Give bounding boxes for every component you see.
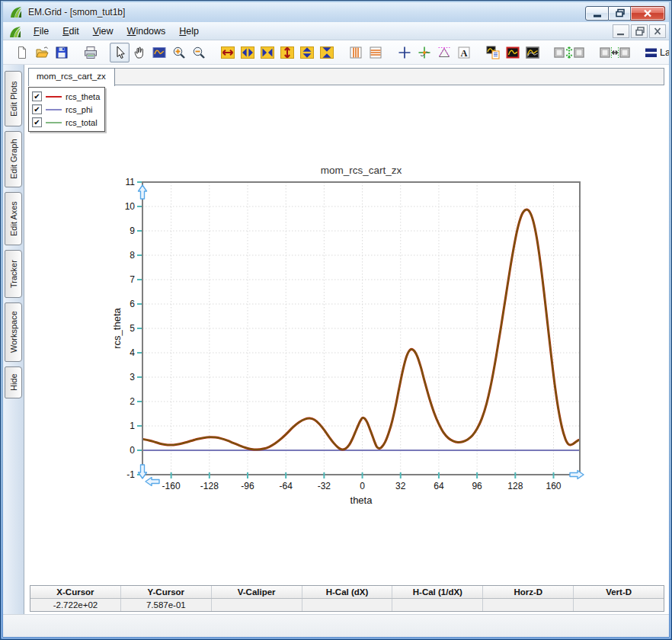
readout-value-4 — [392, 599, 483, 611]
y-axis-top-handle[interactable] — [139, 185, 147, 199]
toolbar-arrows-x-in-button[interactable] — [258, 43, 277, 62]
cap-restore-icon — [610, 7, 630, 20]
toolbar-text-annotation-button[interactable]: A — [454, 43, 474, 62]
mdi-close-button[interactable] — [649, 24, 666, 38]
toolbar-graph-curves-button[interactable] — [523, 43, 542, 62]
toolbar-plot-properties-button[interactable] — [483, 43, 503, 62]
expand-x-icon — [220, 45, 235, 60]
toolbar-save-button[interactable] — [52, 43, 72, 62]
toolbar-arrows-x-out-button[interactable] — [238, 43, 258, 62]
y-tick-label: 2 — [130, 396, 135, 407]
toolbar-grid-rows-button[interactable] — [366, 43, 386, 62]
readout-value-3 — [302, 599, 393, 611]
window-title: EM.Grid - [smom_tut1b] — [28, 7, 125, 18]
y-tick-label: 11 — [126, 177, 136, 187]
menu-file[interactable]: File — [27, 24, 56, 39]
mdi-close-icon — [650, 24, 665, 38]
toolbar-print-button[interactable] — [81, 43, 101, 62]
mdi-restore-icon — [632, 24, 647, 38]
cap-close-icon — [632, 7, 664, 20]
chart-canvas[interactable]: -160-128-96-64-320326496128160-101234567… — [111, 159, 599, 517]
readout-header-4: H-Cal (1/dX) — [392, 586, 483, 598]
zoom-out-icon — [191, 45, 206, 60]
title-bar[interactable]: EM.Grid - [smom_tut1b] — [3, 2, 669, 22]
x-axis-left-handle[interactable] — [146, 478, 159, 486]
toolbar-open-file-button[interactable] — [32, 43, 52, 62]
menu-items: FileEditViewWindowsHelp — [27, 24, 206, 39]
text-annotation-icon: A — [456, 45, 472, 60]
toolbar-zoom-in-button[interactable] — [169, 43, 189, 62]
document-tab[interactable]: mom_rcs_cart_zx — [28, 68, 115, 86]
legend-line-sample — [46, 109, 62, 110]
y-tick-label: -1 — [126, 469, 135, 480]
readout-value-1: 7.587e-01 — [121, 599, 212, 611]
toolbar-caliper-button[interactable] — [434, 43, 454, 62]
toolbar-expand-x-button[interactable] — [218, 43, 238, 62]
graph-frame-icon — [505, 45, 520, 60]
plot-frame — [142, 182, 580, 475]
sidebar-tab-edit-plots[interactable]: Edit Plots — [5, 71, 22, 126]
y-tick-label: 6 — [130, 299, 135, 309]
y-axis-bottom-handle[interactable] — [139, 465, 147, 478]
y-tick-label: 10 — [125, 201, 136, 212]
pan-hand-icon — [132, 45, 147, 60]
toolbar-expand-y-button[interactable] — [277, 43, 297, 62]
restore-button[interactable] — [609, 6, 631, 21]
sidebar-tab-edit-axes[interactable]: Edit Axes — [5, 192, 22, 245]
svg-text:A: A — [460, 47, 467, 58]
caption-buttons — [585, 6, 665, 21]
align-horizontal-icon — [599, 45, 632, 60]
application-window: EM.Grid - [smom_tut1b] FileEditViewWindo… — [0, 0, 672, 640]
toolbar-arrows-y-out-button[interactable] — [297, 43, 317, 62]
readout-value-row: -2.722e+027.587e-01 — [30, 599, 664, 611]
sidebar-tab-workspace[interactable]: Workspace — [5, 302, 22, 362]
toolbar-arrows-y-in-button[interactable] — [317, 43, 337, 62]
arrows-x-in-icon — [260, 45, 275, 60]
legend-line-sample — [46, 122, 62, 123]
menu-edit[interactable]: Edit — [56, 24, 86, 39]
menu-view[interactable]: View — [86, 24, 120, 39]
legend-checkbox-rcs_total[interactable]: ✔ — [32, 117, 42, 127]
toolbar-grid-columns-button[interactable] — [346, 43, 366, 62]
legend-checkbox-rcs_theta[interactable]: ✔ — [32, 91, 42, 101]
mdi-restore-button[interactable] — [631, 24, 648, 38]
toolbar-layout-button[interactable]: Layout — [645, 45, 669, 60]
legend-label: rcs_theta — [66, 92, 100, 101]
toolbar-align-horizontal-button[interactable] — [597, 43, 634, 62]
readout-header-6: Vert-D — [574, 586, 664, 598]
grid-columns-icon — [348, 45, 363, 60]
readout-header-row: X-CursorY-CursorV-CaliperH-Cal (dX)H-Cal… — [30, 586, 664, 599]
document-icon[interactable] — [8, 24, 21, 37]
toolbar-zoom-region-button[interactable] — [149, 43, 169, 62]
toolbar-align-vertical-button[interactable] — [552, 43, 588, 62]
legend-checkbox-rcs_phi[interactable]: ✔ — [32, 104, 42, 114]
toolbar-new-file-button[interactable] — [12, 43, 32, 62]
toolbar-cross-cursor-button[interactable] — [395, 43, 414, 62]
save-icon — [54, 45, 69, 60]
plot-properties-icon — [485, 45, 501, 60]
sidebar-tab-edit-graph[interactable]: Edit Graph — [5, 131, 22, 187]
sidebar-tab-hide[interactable]: Hide — [5, 366, 22, 398]
minimize-button[interactable] — [585, 6, 609, 21]
plot-legend: ✔rcs_theta✔rcs_phi✔rcs_total — [28, 87, 105, 132]
plot-panel: mom_rcs_cart_zx ✔rcs_theta✔rcs_phi✔rcs_t… — [25, 65, 669, 614]
toolbar-tracker-cursor-button[interactable] — [414, 43, 434, 62]
mdi-minimize-button[interactable] — [613, 24, 629, 38]
readout-header-0: X-Cursor — [30, 586, 121, 598]
toolbar-select-cursor-button[interactable] — [110, 43, 130, 62]
y-axis-label: rcs_theta — [111, 307, 123, 348]
x-axis-right-handle[interactable] — [570, 471, 584, 479]
menu-windows[interactable]: Windows — [120, 24, 173, 39]
y-tick-label: 8 — [130, 250, 135, 261]
sidebar-tab-tracker[interactable]: Tracker — [5, 250, 22, 298]
close-button[interactable] — [631, 6, 665, 21]
arrows-y-in-icon — [319, 45, 334, 60]
toolbar-pan-hand-button[interactable] — [130, 43, 149, 62]
select-cursor-icon — [112, 45, 127, 60]
toolbar-zoom-out-button[interactable] — [189, 43, 209, 62]
legend-row-rcs_phi: ✔rcs_phi — [32, 103, 101, 116]
app-logo-icon — [8, 24, 21, 37]
menu-help[interactable]: Help — [172, 24, 206, 39]
toolbar-graph-frame-button[interactable] — [503, 43, 523, 62]
legend-label: rcs_total — [66, 118, 98, 127]
